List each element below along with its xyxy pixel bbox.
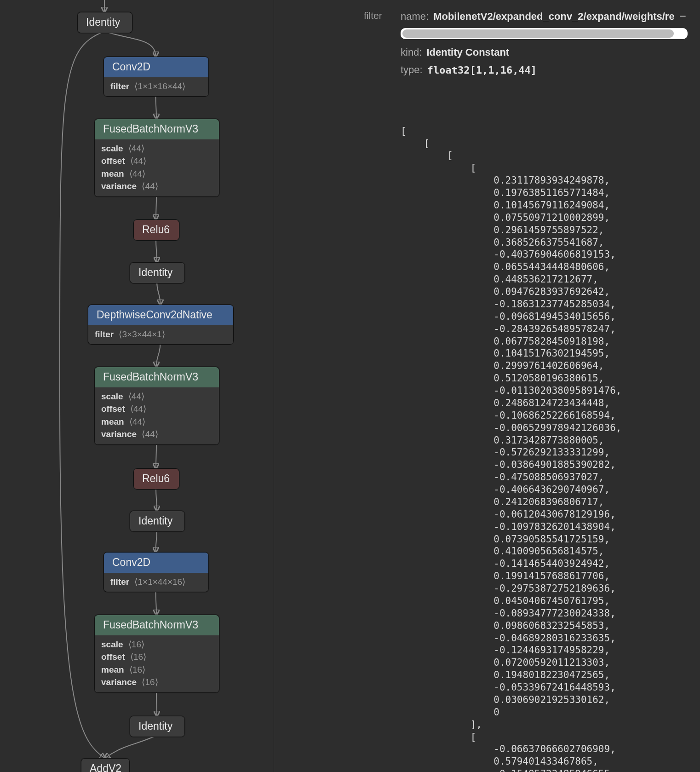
node-depthwiseconv2dnative[interactable]: DepthwiseConv2dNativefilter ⟨3×3×44×1⟩ xyxy=(88,305,234,345)
kind-label: kind: xyxy=(401,46,422,58)
collapse-icon[interactable]: − xyxy=(679,9,694,23)
inspector-panel: filter name: MobilenetV2/expanded_conv_2… xyxy=(274,0,700,772)
search-input[interactable] xyxy=(401,28,694,39)
node-identity[interactable]: Identity xyxy=(77,12,132,33)
node-title: Conv2D xyxy=(104,553,208,573)
node-attr: filter ⟨3×3×44×1⟩ xyxy=(95,328,227,341)
node-title: FusedBatchNormV3 xyxy=(95,615,219,635)
edge xyxy=(156,488,157,511)
node-attr: variance ⟨44⟩ xyxy=(101,428,212,441)
edge xyxy=(156,444,156,468)
node-title: AddV2 xyxy=(81,759,129,772)
node-identity[interactable]: Identity xyxy=(130,262,185,283)
node-identity[interactable]: Identity xyxy=(130,716,185,737)
edge xyxy=(156,196,156,219)
node-attr: variance ⟨44⟩ xyxy=(101,180,212,193)
node-title: DepthwiseConv2dNative xyxy=(88,305,233,325)
name-label: name: xyxy=(401,11,429,23)
node-title: Identity xyxy=(130,263,184,283)
node-title: Relu6 xyxy=(134,220,179,240)
node-addv2[interactable]: AddV2 xyxy=(81,758,130,772)
node-attr: filter ⟨1×1×16×44⟩ xyxy=(110,80,202,93)
node-conv2d[interactable]: Conv2Dfilter ⟨1×1×16×44⟩ xyxy=(103,57,209,97)
node-attr: offset ⟨16⟩ xyxy=(101,651,212,663)
save-icon[interactable] xyxy=(682,90,691,99)
node-relu6[interactable]: Relu6 xyxy=(133,219,179,241)
edge xyxy=(156,591,157,615)
node-attr: mean ⟨44⟩ xyxy=(101,167,212,180)
node-attr: scale ⟨44⟩ xyxy=(101,142,212,155)
name-value: MobilenetV2/expanded_conv_2/expand/weigh… xyxy=(433,11,675,23)
edge xyxy=(156,530,157,552)
kind-value: Identity Constant xyxy=(426,46,509,58)
node-title: Identity xyxy=(130,716,184,737)
node-attr: mean ⟨16⟩ xyxy=(101,663,212,676)
node-title: Identity xyxy=(130,511,184,531)
node-attr: variance ⟨16⟩ xyxy=(101,676,212,689)
node-attr: mean ⟨44⟩ xyxy=(101,415,212,428)
edge xyxy=(104,31,156,57)
type-value: float32[1,1,16,44] xyxy=(427,64,537,76)
type-label: type: xyxy=(401,64,423,76)
node-fusedbatchnormv3[interactable]: FusedBatchNormV3scale ⟨44⟩offset ⟨44⟩mea… xyxy=(94,119,219,197)
node-fusedbatchnormv3[interactable]: FusedBatchNormV3scale ⟨16⟩offset ⟨16⟩mea… xyxy=(94,615,219,693)
edge xyxy=(156,343,161,367)
node-title: Identity xyxy=(78,12,132,33)
edge xyxy=(157,282,161,305)
node-conv2d[interactable]: Conv2Dfilter ⟨1×1×44×16⟩ xyxy=(103,552,209,592)
graph-pane[interactable]: IdentityConv2Dfilter ⟨1×1×16×44⟩FusedBat… xyxy=(0,0,274,772)
node-title: FusedBatchNormV3 xyxy=(95,119,219,139)
node-fusedbatchnormv3[interactable]: FusedBatchNormV3scale ⟨44⟩offset ⟨44⟩mea… xyxy=(94,367,219,445)
filter-label: filter xyxy=(364,10,382,21)
node-title: Conv2D xyxy=(104,57,208,77)
node-attr: filter ⟨1×1×44×16⟩ xyxy=(110,576,202,588)
node-attr: offset ⟨44⟩ xyxy=(101,403,212,415)
edge xyxy=(156,95,157,119)
node-identity[interactable]: Identity xyxy=(130,511,185,532)
node-relu6[interactable]: Relu6 xyxy=(133,468,179,490)
edge xyxy=(105,735,157,758)
node-title: Relu6 xyxy=(134,469,179,489)
edge xyxy=(156,239,157,262)
node-title: FusedBatchNormV3 xyxy=(95,367,219,387)
node-attr: scale ⟨16⟩ xyxy=(101,638,212,651)
edge xyxy=(156,692,157,716)
node-attr: scale ⟨44⟩ xyxy=(101,390,212,403)
tensor-dump: [ [ [ [ 0.23117893934249878, 0.197638511… xyxy=(401,88,694,772)
node-attr: offset ⟨44⟩ xyxy=(101,155,212,167)
